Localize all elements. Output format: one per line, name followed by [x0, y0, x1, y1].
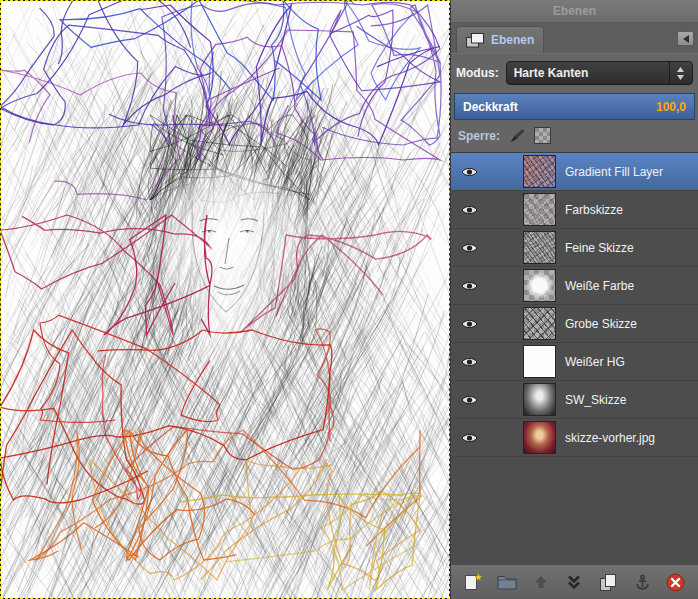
anchor-layer-button[interactable]	[629, 569, 655, 595]
mode-label: Modus:	[456, 66, 499, 80]
layers-panel: Ebenen Ebenen Modus: Harte Kanten	[450, 0, 698, 599]
layer-thumbnail	[523, 155, 556, 188]
layer-row-sw-skizze[interactable]: SW_Skizze	[451, 381, 698, 419]
layer-thumbnail	[523, 193, 556, 226]
mode-value: Harte Kanten	[514, 66, 589, 80]
opacity-label: Deckkraft	[463, 100, 518, 114]
layer-row-weisser-hg[interactable]: Weißer HG	[451, 343, 698, 381]
image-canvas-area[interactable]	[0, 0, 450, 599]
layer-row-skizze-vorher[interactable]: skizze-vorher.jpg	[451, 419, 698, 457]
dropdown-arrows-icon	[669, 62, 685, 84]
layer-list: Gradient Fill Layer Farbskizze Feine Ski…	[451, 152, 698, 564]
layer-row-weisse-farbe[interactable]: Weiße Farbe	[451, 267, 698, 305]
layer-name: Feine Skizze	[565, 241, 634, 255]
visibility-eye-icon[interactable]	[460, 393, 478, 406]
layer-name: Gradient Fill Layer	[565, 165, 663, 179]
tab-label: Ebenen	[491, 33, 534, 47]
window-title: Ebenen	[553, 4, 596, 18]
layer-row-farbskizze[interactable]: Farbskizze	[451, 191, 698, 229]
visibility-eye-icon[interactable]	[460, 317, 478, 330]
new-layer-icon	[463, 572, 483, 592]
delete-icon	[666, 573, 685, 592]
dock-tab-bar: Ebenen	[451, 23, 698, 54]
layer-row-grobe-skizze[interactable]: Grobe Skizze	[451, 305, 698, 343]
layer-row-feine-skizze[interactable]: Feine Skizze	[451, 229, 698, 267]
anchor-icon	[634, 574, 651, 591]
new-group-button[interactable]	[494, 569, 520, 595]
layer-thumbnail	[523, 269, 556, 302]
delete-layer-button[interactable]	[663, 569, 689, 595]
visibility-eye-icon[interactable]	[460, 241, 478, 254]
tab-ebenen[interactable]: Ebenen	[456, 26, 544, 53]
layer-name: skizze-vorher.jpg	[565, 431, 655, 445]
visibility-eye-icon[interactable]	[460, 355, 478, 368]
double-chevron-down-icon	[566, 574, 582, 590]
chevron-left-icon	[683, 35, 689, 43]
layer-thumbnail	[523, 345, 556, 378]
sketch-image[interactable]	[0, 0, 450, 599]
duplicate-icon	[599, 574, 617, 591]
layer-thumbnail	[523, 421, 556, 454]
visibility-eye-icon[interactable]	[460, 203, 478, 216]
layers-icon	[466, 33, 485, 48]
opacity-slider[interactable]: Deckkraft 100,0	[454, 93, 695, 120]
window-titlebar[interactable]: Ebenen	[451, 0, 698, 23]
visibility-eye-icon[interactable]	[460, 279, 478, 292]
new-layer-button[interactable]	[460, 569, 486, 595]
visibility-eye-icon[interactable]	[460, 165, 478, 178]
lower-layer-button[interactable]	[561, 569, 587, 595]
gimp-window: Ebenen Ebenen Modus: Harte Kanten	[0, 0, 698, 599]
layer-name: Weißer HG	[565, 355, 625, 369]
layer-name: SW_Skizze	[565, 393, 626, 407]
layer-thumbnail	[523, 383, 556, 416]
layers-toolbar	[451, 564, 698, 599]
layer-name: Grobe Skizze	[565, 317, 637, 331]
arrow-up-icon	[533, 574, 549, 590]
opacity-value: 100,0	[656, 100, 686, 114]
lock-row: Sperre:	[451, 120, 698, 152]
layer-name: Farbskizze	[565, 203, 623, 217]
lock-alpha-icon[interactable]	[534, 127, 551, 144]
visibility-eye-icon[interactable]	[460, 431, 478, 444]
mode-dropdown[interactable]: Harte Kanten	[506, 61, 693, 85]
tab-menu-button[interactable]	[677, 31, 694, 46]
layer-thumbnail	[523, 307, 556, 340]
lock-label: Sperre:	[458, 129, 500, 143]
layer-name: Weiße Farbe	[565, 279, 634, 293]
layer-row-gradient-fill[interactable]: Gradient Fill Layer	[451, 153, 698, 191]
mode-row: Modus: Harte Kanten	[451, 54, 698, 90]
folder-icon	[497, 574, 517, 590]
lock-paint-icon[interactable]	[509, 128, 525, 144]
duplicate-layer-button[interactable]	[595, 569, 621, 595]
raise-layer-button[interactable]	[528, 569, 554, 595]
layer-thumbnail	[523, 231, 556, 264]
